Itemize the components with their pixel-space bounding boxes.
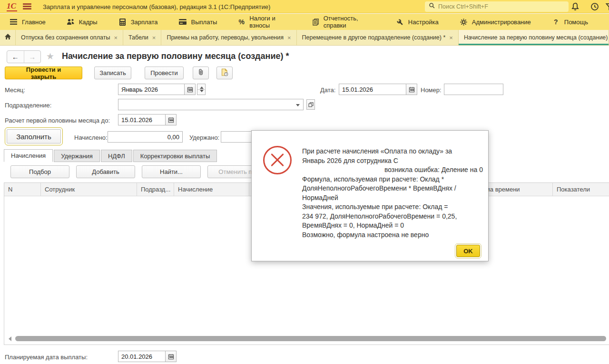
report-icon (312, 18, 319, 26)
save-button[interactable]: Записать (94, 67, 131, 79)
col-department[interactable]: Подразд... (137, 183, 174, 196)
menu-item-administration[interactable]: Администрирование (460, 18, 531, 26)
close-tab-icon[interactable]: × (287, 35, 291, 41)
find-button[interactable]: Найти... (142, 165, 201, 178)
col-indicators[interactable]: Показатели (553, 183, 609, 196)
close-tab-icon[interactable]: × (449, 35, 453, 41)
tab-payment-adjustments[interactable]: Корректировки выплаты (133, 150, 217, 162)
scroll-left-icon[interactable] (9, 336, 11, 341)
paperclip-icon (197, 68, 204, 77)
fill-button[interactable]: Заполнить (7, 129, 61, 144)
planned-date-label: Планируемая дата выплаты: (5, 354, 88, 361)
date-calendar-button[interactable] (406, 84, 417, 95)
app-title: Зарплата и управление персоналом (базова… (43, 3, 270, 10)
page-title: Начисление за первую половину месяца (со… (62, 51, 289, 61)
search-placeholder: Поиск Ctrl+Shift+F (438, 3, 488, 10)
error-cross-icon (263, 146, 292, 174)
number-input[interactable] (444, 84, 503, 95)
attachments-button[interactable] (193, 67, 209, 79)
home-tab[interactable] (0, 30, 16, 45)
help-icon: ? (552, 18, 560, 26)
month-label: Месяц: (5, 86, 25, 94)
app-window: 1С Зарплата и управление персоналом (баз… (0, 0, 609, 364)
month-calendar-button[interactable] (184, 84, 196, 95)
favorites-icon[interactable] (605, 2, 609, 11)
menu-item-settings[interactable]: Настройка (396, 18, 439, 26)
tab-deductions[interactable]: Удержания (54, 150, 100, 162)
date-input[interactable]: 15.01.2026 (339, 84, 406, 95)
home-icon (4, 33, 11, 42)
gear-icon (460, 18, 468, 26)
post-and-close-button[interactable]: Провести и закрыть (5, 67, 82, 79)
menu-item-main[interactable]: Главное (10, 18, 46, 26)
1c-logo: 1С (7, 2, 17, 11)
tab-unpaid-leaves[interactable]: Отпуска без сохранения оплаты × (16, 30, 123, 45)
main-menu-icon[interactable] (23, 3, 31, 10)
horizontal-scrollbar[interactable] (9, 335, 606, 342)
global-search-input[interactable]: Поиск Ctrl+Shift+F (425, 1, 569, 12)
card-icon (179, 18, 187, 26)
department-open-button[interactable] (306, 99, 315, 110)
back-button[interactable]: ← (7, 51, 24, 63)
close-tab-icon[interactable]: × (152, 35, 156, 41)
planned-date-input[interactable]: 20.01.2026 (118, 351, 166, 362)
error-dialog: При расчете начисления «Оплата по окладу… (251, 130, 489, 261)
month-input[interactable]: Январь 2026 (118, 84, 185, 95)
people-icon (67, 18, 75, 26)
half-month-calc-label: Расчет первой половины месяца до: (5, 117, 110, 124)
half-month-date-input[interactable]: 15.01.2026 (118, 114, 166, 125)
tab-accruals[interactable]: Начисления (4, 149, 53, 162)
tab-first-half-accrual[interactable]: Начисление за первую половину месяца (со… (459, 30, 609, 45)
add-button[interactable]: Добавить (76, 165, 135, 178)
menu-item-taxes[interactable]: % Налоги и взносы (238, 15, 291, 29)
menu-item-payments[interactable]: Выплаты (179, 18, 217, 26)
pick-button[interactable]: Подбор (10, 165, 69, 178)
scrollbar-thumb[interactable] (15, 336, 606, 341)
menu-item-help[interactable]: ? Помощь (552, 18, 588, 26)
error-message: При расчете начисления «Оплата по окладу… (302, 147, 483, 239)
tab-timesheets[interactable]: Табели × (123, 30, 161, 45)
menu-item-reports[interactable]: Отчетность, справки (312, 15, 375, 29)
section-tabs: Начисления Удержания НДФЛ Корректировки … (4, 149, 218, 162)
planned-date-calendar-button[interactable] (165, 351, 177, 362)
notifications-bell-icon[interactable] (570, 2, 581, 11)
file-clock-icon (221, 68, 228, 78)
col-n[interactable]: N (4, 183, 41, 196)
menu-lines-icon (10, 18, 18, 26)
post-button[interactable]: Провести (145, 67, 184, 79)
chevron-down-icon[interactable] (296, 104, 300, 106)
section-menubar: Главное Кадры Зарплата (0, 14, 609, 30)
titlebar: 1С Зарплата и управление персоналом (баз… (0, 0, 609, 13)
search-icon (429, 2, 435, 11)
department-label: Подразделение: (5, 102, 51, 109)
month-stepper[interactable] (197, 84, 206, 95)
ok-button[interactable]: OK (456, 245, 480, 257)
window-tabbar: Отпуска без сохранения оплаты × Табели ×… (0, 30, 609, 46)
history-icon[interactable] (590, 2, 600, 11)
file-history-button[interactable] (216, 67, 233, 79)
accrued-label: Начислено: (74, 134, 108, 141)
forward-button[interactable]: → (24, 51, 41, 63)
half-month-calendar-button[interactable] (165, 114, 177, 125)
menu-item-salary[interactable]: Зарплата (118, 18, 158, 26)
accrued-input[interactable]: 0,00 (108, 131, 183, 143)
tab-department-transfer[interactable]: Перемещение в другое подразделение (созд… (297, 30, 459, 45)
page-navrow: ← → ★ Начисление за первую половину меся… (0, 49, 609, 65)
col-employee[interactable]: Сотрудник (41, 183, 137, 196)
favorite-star-icon[interactable]: ★ (46, 51, 54, 62)
command-bar: Провести и закрыть Записать Провести (0, 67, 609, 80)
date-label: Дата: (320, 86, 335, 94)
percent-icon: % (238, 18, 245, 26)
wrench-icon (396, 18, 404, 26)
calculator-icon (118, 18, 127, 26)
number-label: Номер: (421, 86, 442, 94)
department-combobox[interactable] (118, 99, 304, 110)
col-accrual[interactable]: Начисление (174, 183, 249, 196)
close-tab-icon[interactable]: × (114, 35, 118, 41)
tab-ndfl[interactable]: НДФЛ (101, 150, 132, 162)
withheld-label: Удержано: (189, 134, 219, 141)
menu-item-staff[interactable]: Кадры (67, 18, 98, 26)
tab-hires-transfers[interactable]: Приемы на работу, переводы, увольнения × (161, 30, 296, 45)
